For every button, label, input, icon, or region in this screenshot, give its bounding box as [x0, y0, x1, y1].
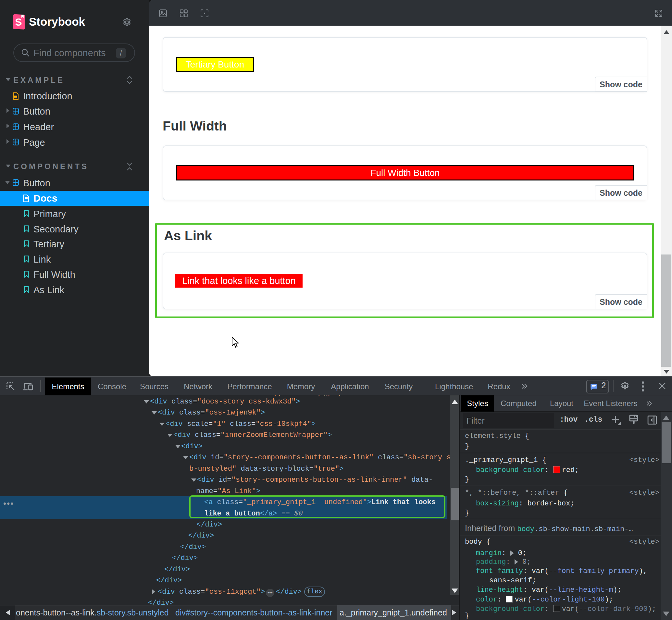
svg-text:S: S — [15, 16, 22, 28]
